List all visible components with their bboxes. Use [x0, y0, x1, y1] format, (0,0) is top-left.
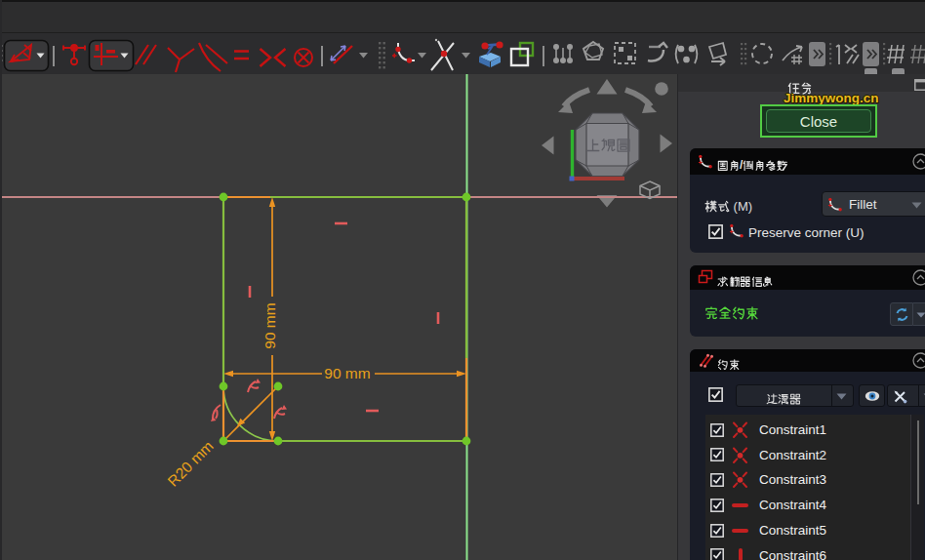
svg-text:90 mm: 90 mm	[261, 302, 278, 348]
svg-text:90 mm: 90 mm	[324, 365, 370, 381]
svg-text:R20 mm: R20 mm	[164, 437, 216, 489]
